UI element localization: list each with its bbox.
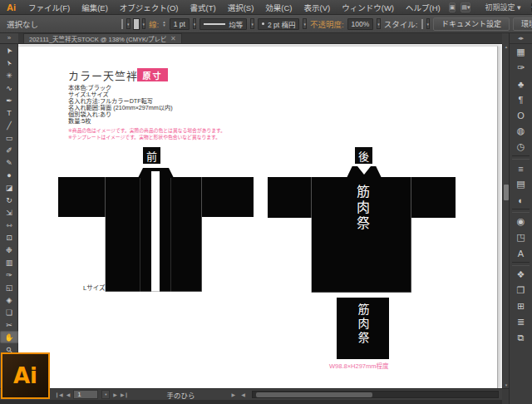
panel-align-icon[interactable]: ≣ — [510, 314, 532, 330]
scroll-right-icon[interactable]: ▶ — [232, 392, 236, 397]
size-label[interactable]: Lサイズ — [83, 283, 105, 292]
spec-list[interactable]: 本体色:ブラックサイズ:Lサイズ名入れ方法:フルカラーDTF転写名入れ範囲:背面… — [68, 85, 173, 125]
panel-brushes-icon[interactable]: ✑ — [510, 60, 532, 76]
menu-item[interactable]: ファイル(F) — [22, 2, 76, 13]
print-dimension-text[interactable]: W98.8×H297mm程度 — [329, 361, 388, 370]
last-artboard-icon[interactable]: ▶❙ — [121, 392, 129, 397]
back-label[interactable]: 後 — [355, 147, 372, 164]
panel-opentype-icon[interactable]: O — [510, 107, 532, 123]
stroke-label[interactable]: 線: — [149, 18, 159, 30]
stroke-swatch[interactable] — [134, 19, 139, 29]
panel-gradient-icon[interactable]: ◷ — [510, 139, 532, 155]
first-artboard-icon[interactable]: ❙◀ — [55, 392, 63, 397]
stroke-weight-field[interactable]: 1 pt — [170, 18, 190, 30]
panel-appearance-icon[interactable]: ◉ — [510, 214, 532, 229]
spec-line[interactable]: 数量:5枚 — [68, 118, 173, 125]
fill-dropdown[interactable]: ▾ — [126, 18, 131, 29]
type-tool[interactable]: T — [0, 106, 18, 119]
artboard-number-field[interactable]: 1 — [73, 390, 98, 399]
live-paint-bucket-tool[interactable]: ◈ — [0, 293, 18, 306]
panel-color-icon[interactable]: ▦ — [510, 44, 532, 60]
brush-dropdown[interactable]: ▾ — [303, 18, 307, 29]
style-dropdown[interactable]: ▾ — [426, 18, 431, 29]
happi-coat-front[interactable] — [58, 168, 254, 292]
stroke-weight-stepper[interactable]: ▲▼ — [162, 21, 165, 27]
width-tool[interactable]: ⇿ — [0, 219, 18, 231]
symbol-sprayer-tool[interactable]: ❉ — [0, 244, 18, 256]
slice-tool[interactable]: ✂ — [0, 318, 18, 331]
menu-item[interactable]: 選択(S) — [222, 2, 260, 13]
menu-item[interactable]: オブジェクト(O) — [114, 2, 185, 13]
panel-layers-icon[interactable]: ❖ — [510, 267, 532, 283]
hand-tool[interactable]: ✋ — [0, 331, 18, 343]
fill-swatch[interactable] — [121, 19, 123, 29]
note-list[interactable]: ※商品の色はイメージです。実際の商品の色とは異なる場合があります。※テンプレート… — [68, 128, 225, 140]
opacity-dropdown[interactable]: ▾ — [377, 18, 381, 29]
line-segment-tool[interactable]: ╱ — [0, 119, 18, 131]
actual-size-badge[interactable]: 原寸 — [137, 68, 168, 81]
pencil-tool[interactable]: ✎ — [0, 156, 18, 169]
lasso-tool[interactable]: ∿ — [0, 81, 18, 94]
horizontal-scrollbar[interactable] — [252, 391, 499, 398]
direct-selection-tool[interactable]: ➢ — [0, 57, 18, 69]
happi-coat-back[interactable]: 筋肉祭 — [268, 166, 456, 293]
stroke-weight-dropdown[interactable]: ▾ — [193, 18, 197, 29]
style-swatch[interactable] — [421, 19, 423, 29]
eyedropper-tool[interactable]: ✑ — [0, 269, 18, 281]
panel-stroke-icon[interactable]: ≡ — [510, 160, 532, 176]
opacity-label[interactable]: 不透明度: — [310, 18, 344, 30]
preferences-button[interactable]: 環境設定 — [513, 17, 532, 31]
menu-item[interactable]: 表示(V) — [298, 2, 337, 13]
workspace-switcher[interactable]: 初期設定 ▾ — [485, 2, 520, 12]
toolbar-collapse-icon[interactable]: » — [0, 33, 18, 44]
pen-tool[interactable]: ✒ — [0, 94, 18, 106]
selection-tool[interactable]: ➤ — [0, 44, 18, 57]
panel-transform-icon[interactable]: ⊞ — [510, 298, 532, 314]
menu-item[interactable]: 効果(C) — [259, 2, 298, 13]
paintbrush-tool[interactable]: ✐ — [0, 144, 18, 156]
panel-gradient-slider-icon[interactable]: ▤ — [510, 176, 532, 192]
back-print-text[interactable]: 筋肉祭 — [352, 185, 372, 232]
tab-close-icon[interactable]: ✕ — [170, 35, 176, 42]
scale-tool[interactable]: ⇲ — [0, 206, 18, 219]
panel-character-icon[interactable]: A — [510, 245, 532, 261]
rectangle-tool[interactable]: ▭ — [0, 131, 18, 144]
shape-builder-tool[interactable]: ◱ — [0, 281, 18, 293]
menu-item[interactable]: 書式(T) — [185, 2, 222, 13]
menu-item[interactable]: ヘルプ(H) — [400, 2, 446, 13]
blob-brush-tool[interactable]: ● — [0, 169, 18, 181]
front-label[interactable]: 前 — [143, 147, 160, 164]
panel-transparency-icon[interactable]: ◐ — [510, 192, 532, 208]
panel-artboards-icon[interactable]: ❐ — [510, 283, 532, 298]
bridge-icon[interactable]: ▣ — [449, 2, 456, 12]
panel-pathfinder-icon[interactable]: ⧉ — [510, 330, 532, 346]
magic-wand-tool[interactable]: ✳ — [0, 69, 18, 81]
menu-item[interactable]: ウィンドウ(W) — [336, 2, 400, 13]
previous-artboard-icon[interactable]: ◀ — [66, 392, 71, 397]
arrange-documents-icon[interactable]: ▤▾ — [461, 2, 470, 12]
canvas[interactable]: カラー天竺袢天 原寸 本体色:ブラックサイズ:Lサイズ名入れ方法:フルカラーDT… — [18, 44, 502, 388]
next-artboard-icon[interactable]: ▶ — [113, 392, 117, 397]
column-graph-tool[interactable]: ▥ — [0, 256, 18, 269]
vertical-scrollbar[interactable]: ▲ ▼ — [502, 44, 509, 388]
document-setup-button[interactable]: ドキュメント設定 — [433, 17, 510, 31]
panel-paragraph-icon[interactable]: ¶ — [510, 91, 532, 107]
scroll-left-icon[interactable]: ◀ — [241, 392, 245, 397]
stroke-profile-field[interactable]: 均等 — [200, 18, 247, 30]
panel-symbols-icon[interactable]: ♣ — [510, 76, 532, 91]
panel-graphic-styles-icon[interactable]: ◳ — [510, 229, 532, 245]
stroke-profile-dropdown[interactable]: ▾ — [250, 18, 254, 29]
rotate-tool[interactable]: ↻ — [0, 194, 18, 206]
horizontal-scroll-thumb[interactable] — [256, 392, 372, 397]
free-transform-tool[interactable]: ⊡ — [0, 231, 18, 244]
opacity-field[interactable]: 100% — [347, 18, 374, 30]
eraser-tool[interactable]: ◪ — [0, 181, 18, 194]
print-design-block[interactable]: 筋肉祭 — [337, 298, 389, 359]
print-design-text[interactable]: 筋肉祭 — [355, 303, 372, 346]
dock-collapse-icon[interactable]: ◂▸ — [510, 33, 532, 44]
document-tab[interactable]: 202111_天竺袢天STOCK @ 138% (CMYK/プレビュー) ✕ — [23, 33, 182, 43]
brush-field[interactable]: 2 pt 楕円 — [258, 18, 300, 30]
menu-item[interactable]: 編集(E) — [76, 2, 114, 13]
artboard-tool[interactable]: ❏ — [0, 306, 18, 318]
note-line[interactable]: ※商品の色はイメージです。実際の商品の色とは異なる場合があります。 — [68, 128, 225, 135]
